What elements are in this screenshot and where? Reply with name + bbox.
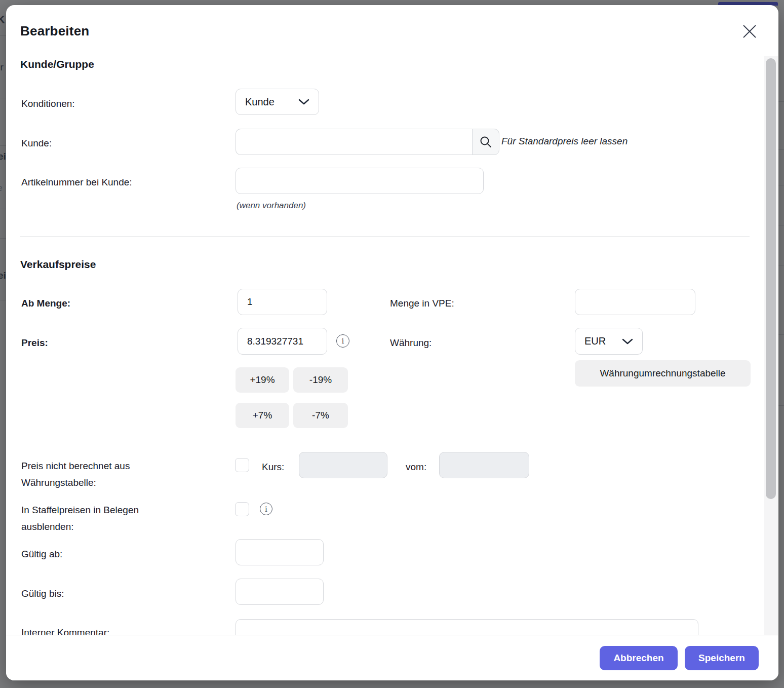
background-row-line xyxy=(0,35,6,36)
staffel-checkbox[interactable] xyxy=(235,502,249,516)
background-text-fragment: K xyxy=(0,13,5,26)
background-text-fragment: er xyxy=(0,62,4,73)
preis-info-icon[interactable]: i xyxy=(336,334,349,348)
dialog-scrollbar-track[interactable] xyxy=(764,56,778,635)
dialog-footer: Abbrechen Speichern xyxy=(6,635,778,680)
kurs-checkbox[interactable] xyxy=(235,458,249,472)
artikelnummer-label: Artikelnummer bei Kunde: xyxy=(21,174,132,190)
dialog-scroll-area: Bearbeiten Kunde/Gruppe Konditionen: Kun… xyxy=(6,5,778,635)
preis-input[interactable] xyxy=(238,328,327,355)
background-text-fragment: ei xyxy=(0,270,6,281)
background-row-line xyxy=(778,265,784,265)
kunde-hint: Für Standardpreis leer lassen xyxy=(501,136,628,147)
background-row-line xyxy=(778,334,784,335)
section-divider xyxy=(20,236,750,237)
kurs-row-label: Preis nicht berechnet aus Währungstabell… xyxy=(21,457,188,491)
artikelnummer-note: (wenn vorhanden) xyxy=(237,201,306,211)
kommentar-label: Interner Kommentar: xyxy=(21,624,109,635)
info-glyph: i xyxy=(342,336,344,346)
close-button[interactable] xyxy=(740,22,759,41)
waehrung-selected-value: EUR xyxy=(584,335,606,347)
ab-menge-label: Ab Menge: xyxy=(21,295,70,312)
percent-minus7-button[interactable]: -7% xyxy=(293,403,348,428)
percent-minus19-button[interactable]: -19% xyxy=(293,367,348,393)
background-row-line xyxy=(778,225,784,225)
background-row-line xyxy=(0,98,6,98)
dialog-scrollbar-thumb[interactable] xyxy=(766,58,776,499)
kommentar-textarea[interactable] xyxy=(236,619,698,635)
kurs-row-label-line2: Währungstabelle: xyxy=(21,474,188,491)
menge-vpe-label: Menge in VPE: xyxy=(390,295,454,312)
chevron-down-icon xyxy=(298,99,309,105)
background-row-line xyxy=(0,238,6,239)
konditionen-select[interactable]: Kunde xyxy=(236,89,319,115)
dialog-title: Bearbeiten xyxy=(20,23,89,39)
background-row-line xyxy=(0,300,6,300)
preis-label: Preis: xyxy=(21,334,48,351)
currency-table-button[interactable]: Währungumrechnungstabelle xyxy=(575,360,751,387)
waehrung-select[interactable]: EUR xyxy=(575,328,643,355)
kunde-search-combo xyxy=(236,129,499,155)
gueltig-ab-input[interactable] xyxy=(236,539,324,565)
kunde-label: Kunde: xyxy=(21,135,52,151)
gueltig-bis-label: Gültig bis: xyxy=(21,585,64,602)
kunde-search-button[interactable] xyxy=(472,129,499,155)
background-row-line xyxy=(778,101,784,102)
vom-input[interactable] xyxy=(439,452,529,478)
save-button[interactable]: Speichern xyxy=(685,646,759,670)
percent-plus19-button[interactable]: +19% xyxy=(236,367,289,393)
gueltig-bis-input[interactable] xyxy=(236,579,324,605)
background-text-fragment: e xyxy=(0,182,3,194)
menge-vpe-input[interactable] xyxy=(575,289,695,315)
background-row-line xyxy=(778,149,784,150)
gueltig-ab-label: Gültig ab: xyxy=(21,546,62,562)
konditionen-label: Konditionen: xyxy=(21,95,75,112)
staffel-row-label-line2: ausblenden: xyxy=(21,518,204,535)
cancel-button[interactable]: Abbrechen xyxy=(600,646,678,670)
background-text-fragment: ei xyxy=(0,151,6,162)
percent-plus7-button[interactable]: +7% xyxy=(236,403,289,428)
edit-dialog: Bearbeiten Kunde/Gruppe Konditionen: Kun… xyxy=(6,5,778,680)
kurs-field-label: Kurs: xyxy=(262,458,284,475)
section-heading-verkaufspreise: Verkaufspreise xyxy=(20,258,96,271)
chevron-down-icon xyxy=(622,338,633,345)
vom-field-label: vom: xyxy=(406,458,426,475)
close-icon xyxy=(740,22,759,41)
section-heading-kunde-gruppe: Kunde/Gruppe xyxy=(20,58,94,70)
info-glyph: i xyxy=(265,505,267,514)
search-icon xyxy=(479,135,492,148)
waehrung-label: Währung: xyxy=(390,334,432,351)
artikelnummer-input[interactable] xyxy=(236,168,484,194)
background-row-line xyxy=(0,209,6,209)
staffel-info-icon[interactable]: i xyxy=(260,503,272,515)
staffel-row-label: In Staffelpreisen in Belegen ausblenden: xyxy=(21,502,204,535)
kunde-input[interactable] xyxy=(236,129,472,155)
background-row-line xyxy=(0,145,6,146)
background-row-line xyxy=(778,405,784,406)
staffel-row-label-line1: In Staffelpreisen in Belegen xyxy=(21,502,204,518)
background-row-line xyxy=(778,185,784,185)
ab-menge-input[interactable] xyxy=(238,289,327,315)
kurs-input[interactable] xyxy=(299,452,387,478)
kurs-row-label-line1: Preis nicht berechnet aus xyxy=(21,457,188,474)
konditionen-selected-value: Kunde xyxy=(245,96,275,108)
